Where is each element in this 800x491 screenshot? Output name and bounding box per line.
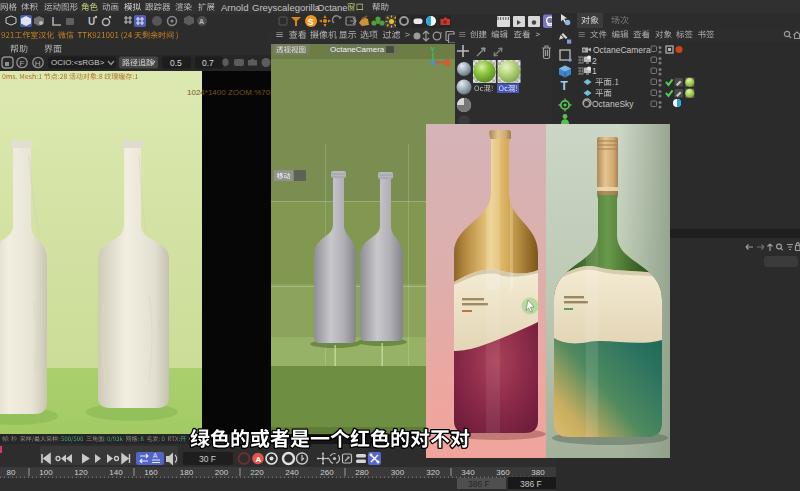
svg-text:240: 240	[285, 468, 299, 477]
svg-text:OctaneSky: OctaneSky	[592, 99, 634, 109]
svg-text:A: A	[256, 455, 262, 464]
svg-text:0.7: 0.7	[202, 58, 214, 68]
svg-text:F: F	[20, 59, 25, 68]
svg-text:2: 2	[592, 56, 597, 66]
svg-text:1: 1	[592, 66, 597, 76]
svg-text:120: 120	[74, 468, 88, 477]
svg-text:340: 340	[461, 468, 475, 477]
svg-text:260: 260	[320, 468, 334, 477]
svg-text:320: 320	[426, 468, 440, 477]
svg-text:280: 280	[355, 468, 369, 477]
svg-text:180: 180	[180, 468, 194, 477]
svg-text:Y: Y	[430, 45, 436, 54]
svg-text:160: 160	[144, 468, 158, 477]
svg-text:H: H	[35, 59, 41, 68]
svg-text:A: A	[199, 18, 204, 25]
svg-text:OctaneCamera: OctaneCamera	[593, 45, 651, 55]
svg-text:140: 140	[109, 468, 123, 477]
svg-text:U: U	[88, 16, 95, 27]
svg-text:380: 380	[531, 468, 545, 477]
svg-text:T: T	[561, 79, 569, 93]
svg-text:80: 80	[7, 468, 16, 477]
svg-text:OCIO:<sRGB>: OCIO:<sRGB>	[51, 58, 105, 67]
svg-text:200: 200	[215, 468, 229, 477]
svg-text:A: A	[153, 452, 158, 459]
svg-text:0.5: 0.5	[170, 58, 182, 68]
svg-text:100: 100	[39, 468, 53, 477]
svg-text:220: 220	[250, 468, 264, 477]
svg-text:S: S	[308, 17, 314, 27]
svg-text:360: 360	[496, 468, 510, 477]
svg-text:30 F: 30 F	[199, 454, 216, 464]
svg-text:300: 300	[391, 468, 405, 477]
